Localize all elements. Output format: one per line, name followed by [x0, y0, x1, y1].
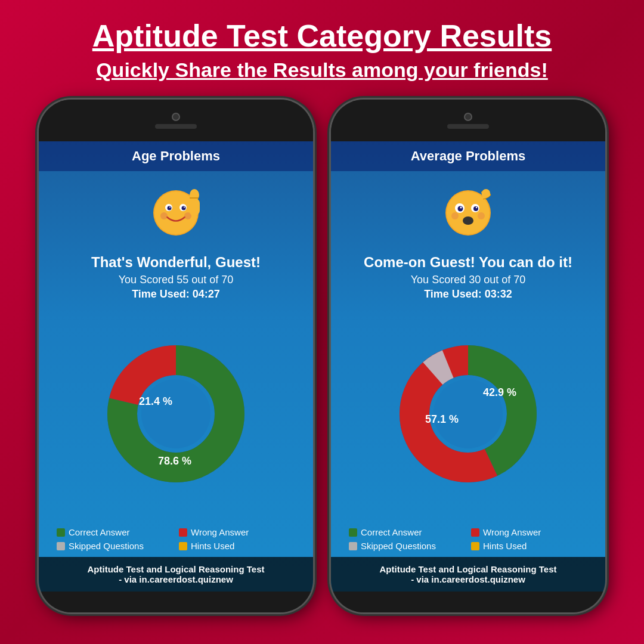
svg-point-6 — [169, 207, 171, 208]
legend-hints-left: Hints Used — [179, 541, 295, 551]
legend-dot-correct-right — [349, 528, 357, 537]
svg-point-16 — [141, 379, 210, 448]
legend-dot-hints-right — [471, 542, 479, 550]
phone-left: Age Problems — [39, 100, 313, 612]
phone-speaker-right — [447, 124, 489, 129]
legend-skipped-right: Skipped Questions — [349, 541, 465, 551]
result-title-left: That's Wonderful, Guest! — [79, 254, 273, 271]
legend-correct-left: Correct Answer — [57, 527, 173, 537]
svg-point-4 — [168, 206, 172, 210]
result-time-left: Time Used: 04:27 — [132, 288, 220, 301]
legend-dot-correct-left — [57, 528, 65, 537]
svg-point-11 — [190, 189, 199, 201]
phone-footer-left: Aptitude Test and Logical Reasoning Test… — [39, 557, 313, 592]
page-subtitle: Quickly Share the Results among your fri… — [92, 58, 552, 82]
svg-point-25 — [463, 216, 473, 225]
chart-label-correct-left: 78.6 % — [158, 455, 191, 467]
legend-dot-skipped-left — [57, 542, 65, 550]
legend-area-right: Correct Answer Wrong Answer Skipped Ques… — [331, 521, 605, 557]
svg-point-28 — [482, 189, 490, 197]
result-time-right: Time Used: 03:32 — [424, 288, 512, 301]
phone-top-bar-left — [39, 100, 313, 141]
phone-speaker-left — [155, 124, 197, 129]
svg-point-23 — [460, 207, 462, 209]
legend-hints-right: Hints Used — [471, 541, 587, 551]
legend-dot-wrong-left — [179, 528, 187, 537]
legend-dot-wrong-right — [471, 528, 479, 537]
donut-chart-left: 21.4 % 78.6 % — [98, 336, 253, 491]
phone-top-bar-right — [331, 100, 605, 141]
emoji-right — [438, 180, 498, 248]
chart-area-left: 21.4 % 78.6 % — [39, 306, 313, 521]
phone-bottom-bar-right — [331, 592, 605, 612]
chart-label-wrong-right: 57.1 % — [425, 413, 459, 425]
svg-point-5 — [182, 206, 186, 210]
category-title-right: Average Problems — [331, 141, 605, 171]
svg-point-26 — [451, 212, 459, 219]
phones-container: Age Problems — [39, 100, 605, 612]
legend-skipped-left: Skipped Questions — [57, 541, 173, 551]
phone-camera-right — [464, 113, 472, 121]
result-score-right: You Scored 30 out of 70 — [411, 274, 526, 286]
chart-label-wrong-left: 21.4 % — [139, 395, 172, 407]
chart-label-correct-right: 42.9 % — [483, 386, 516, 398]
result-title-right: Come-on Guest! You can do it! — [352, 254, 584, 271]
phone-camera-left — [172, 113, 180, 121]
phone-bottom-bar-left — [39, 592, 313, 612]
phone-screen-left: Age Problems — [39, 141, 313, 592]
category-title-left: Age Problems — [39, 141, 313, 171]
phone-screen-right: Average Problems — [331, 141, 605, 592]
chart-area-right: 57.1 % 42.9 % — [331, 306, 605, 521]
svg-point-22 — [473, 206, 478, 211]
svg-point-21 — [458, 206, 463, 212]
donut-chart-right: 57.1 % 42.9 % — [391, 336, 546, 491]
phone-footer-right: Aptitude Test and Logical Reasoning Test… — [331, 557, 605, 592]
emoji-left — [146, 180, 206, 248]
legend-dot-hints-left — [179, 542, 187, 550]
svg-point-24 — [476, 207, 477, 208]
legend-wrong-right: Wrong Answer — [471, 527, 587, 537]
legend-wrong-left: Wrong Answer — [179, 527, 295, 537]
legend-area-left: Correct Answer Wrong Answer Skipped Ques… — [39, 521, 313, 557]
legend-dot-skipped-right — [349, 542, 357, 550]
legend-correct-right: Correct Answer — [349, 527, 465, 537]
svg-point-8 — [160, 212, 168, 219]
phone-right: Average Problems — [331, 100, 605, 612]
svg-point-7 — [184, 207, 185, 208]
page-title: Aptitude Test Category Results — [92, 18, 552, 54]
svg-point-27 — [478, 212, 485, 219]
page-header: Aptitude Test Category Results Quickly S… — [92, 18, 552, 82]
result-score-left: You Scored 55 out of 70 — [119, 274, 234, 286]
